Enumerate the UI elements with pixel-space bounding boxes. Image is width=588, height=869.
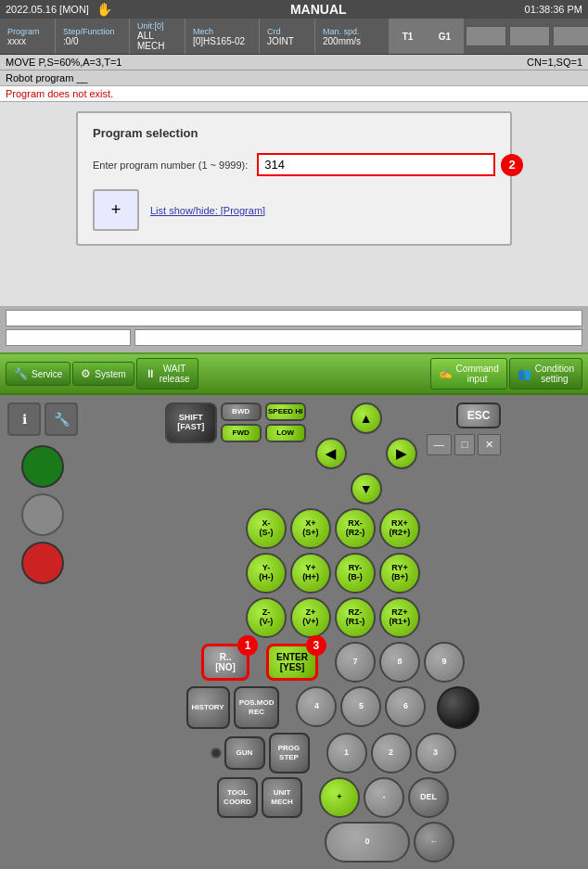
num1-button[interactable]: 1 (326, 733, 367, 773)
close-button[interactable]: ✕ (478, 434, 501, 455)
service-icon: 🔧 (14, 367, 28, 380)
program-label: Program (7, 27, 47, 36)
badge-3: 3 (306, 635, 326, 656)
step-label: Step/Function (63, 27, 121, 36)
manspd-label: Man. spd. (323, 27, 381, 36)
num5-button[interactable]: 5 (340, 686, 381, 727)
top-bar: 2022.05.16 [MON] ✋ MANUAL 01:38:36 PM (0, 0, 588, 19)
keypad-row-3: Y- (H-) Y+ (H+) RY- (B-) RY+ (B+) (85, 553, 581, 594)
mech-value: [0]HS165-02 (193, 36, 251, 46)
tool-coord-button[interactable]: TOOL COORD (217, 777, 258, 818)
prog-step-button[interactable]: PROG STEP (269, 733, 310, 773)
history-button[interactable]: HISTORY (186, 686, 230, 729)
num9-button[interactable]: 9 (424, 642, 465, 683)
condition-setting-button[interactable]: 👥 Condition setting (509, 358, 582, 390)
unit-mech-button[interactable]: UNIT MECH (262, 777, 302, 818)
command-input-button[interactable]: ✍ Command input (430, 358, 507, 390)
service-button[interactable]: 🔧 Service (6, 362, 70, 386)
bwd-step-button[interactable]: BWD (221, 403, 262, 421)
list-show-hide-link[interactable]: List show/hide: [Program] (150, 205, 265, 216)
input-row-1 (6, 310, 582, 326)
num2-button[interactable]: 2 (371, 733, 412, 773)
input-field-3[interactable] (134, 329, 582, 346)
program-menu[interactable]: Program xxxx (0, 19, 56, 54)
back-button[interactable]: ← (414, 822, 454, 863)
input-field-1[interactable] (6, 310, 582, 326)
arrow-up-button[interactable]: ▲ (351, 403, 382, 434)
num0-button[interactable]: 0 (325, 822, 410, 863)
manspd-menu[interactable]: Man. spd. 200mm/s (315, 19, 390, 54)
y-plus-button[interactable]: Y+ (H+) (290, 553, 331, 594)
condition-label: Condition setting (535, 364, 574, 384)
g1-menu[interactable]: G1 (427, 19, 464, 54)
system-button[interactable]: ⚙ System (72, 362, 134, 386)
ry-minus-button[interactable]: RY- (B-) (335, 553, 376, 594)
badge-1: 1 (237, 635, 258, 656)
tool-icon[interactable]: 🔧 (45, 403, 78, 436)
arrow-down-button[interactable]: ▼ (351, 473, 382, 505)
minus-button[interactable]: - (364, 777, 404, 818)
num6-button[interactable]: 6 (385, 686, 426, 727)
rx-plus-button[interactable]: RX+ (R2+) (379, 508, 420, 549)
num4-button[interactable]: 4 (296, 686, 337, 727)
num8-button[interactable]: 8 (379, 642, 420, 683)
y-minus-button[interactable]: Y- (H-) (246, 553, 287, 594)
command-label: Command input (456, 364, 499, 384)
minimize-button[interactable]: — (427, 434, 452, 455)
green-circle-button[interactable] (21, 445, 64, 488)
esc-button[interactable]: ESC (456, 403, 502, 428)
crd-value: JOINT (267, 36, 307, 46)
rx-minus-button[interactable]: RX- (R2-) (335, 508, 376, 549)
wait-release-button[interactable]: ⏸ WAIT release (136, 358, 198, 390)
x-plus-button[interactable]: X+ (S+) (290, 508, 331, 549)
input-field-2[interactable] (6, 329, 131, 346)
crd-menu[interactable]: Crd JOINT (260, 19, 315, 54)
wait-label: WAIT release (160, 364, 190, 384)
maximize-button[interactable]: □ (454, 434, 476, 455)
num7-button[interactable]: 7 (335, 642, 376, 683)
input-row-2 (6, 329, 582, 346)
keypad-row-1: SHIFT [FAST] BWD FWD SPEED HI LOW ▲ ◀ ▶ … (85, 403, 581, 505)
top-bar-left: 2022.05.16 [MON] ✋ (6, 2, 112, 17)
rz-minus-button[interactable]: RZ- (R1-) (335, 597, 376, 638)
z-minus-button[interactable]: Z- (V-) (246, 597, 287, 638)
rz-plus-button[interactable]: RZ+ (R1+) (379, 597, 420, 638)
speed-hi-button[interactable]: SPEED HI (265, 403, 306, 421)
pos-mod-rec-button[interactable]: POS.MOD REC (234, 686, 280, 729)
step-menu[interactable]: Step/Function :0/0 (56, 19, 130, 54)
dialog-bottom-row: + List show/hide: [Program] (93, 189, 495, 231)
speed-low-button[interactable]: LOW (265, 424, 306, 442)
fwd-button[interactable]: FWD (221, 424, 262, 442)
t1-menu[interactable]: T1 (390, 19, 427, 54)
r-no-button[interactable]: R..[NO] 1 (201, 644, 249, 681)
arrow-right-button[interactable]: ▶ (386, 438, 417, 469)
red-circle-button[interactable] (21, 542, 64, 584)
numpad-123: 1 2 3 (326, 733, 456, 773)
z-plus-button[interactable]: Z+ (V+) (290, 597, 331, 638)
shift-fast-button[interactable]: SHIFT [FAST] (165, 403, 217, 443)
mech-menu[interactable]: Mech [0]HS165-02 (185, 19, 260, 54)
unit-label: Unit:[0] (137, 21, 177, 31)
error-bar: Program does not exist. (0, 86, 588, 102)
ry-plus-button[interactable]: RY+ (B+) (379, 553, 420, 594)
x-minus-button[interactable]: X- (S-) (246, 508, 287, 549)
info-icon[interactable]: ℹ (7, 403, 41, 436)
dialog-input-wrap: 2 (257, 153, 495, 176)
esc-win-group: ESC — □ ✕ (427, 403, 502, 505)
plus-button[interactable]: + (93, 189, 139, 231)
black-circle-button[interactable] (437, 686, 479, 729)
plus-num-button[interactable]: + (319, 777, 360, 818)
gun-button[interactable]: GUN (224, 736, 265, 770)
del-button[interactable]: DEL (408, 777, 449, 818)
system-icon: ⚙ (81, 367, 91, 380)
gray-circle-button[interactable] (21, 493, 64, 536)
mech-label: Mech (193, 27, 251, 36)
cn-sq: CN=1,SQ=1 (527, 57, 582, 68)
program-value: xxxx (7, 36, 47, 46)
enter-yes-button[interactable]: ENTER[YES] 3 (266, 644, 318, 681)
arrow-left-button[interactable]: ◀ (315, 438, 347, 469)
num3-button[interactable]: 3 (415, 733, 456, 773)
step-value: :0/0 (63, 36, 121, 46)
unit-menu[interactable]: Unit:[0] ALL MECH (130, 19, 185, 54)
program-number-input[interactable] (257, 153, 495, 176)
